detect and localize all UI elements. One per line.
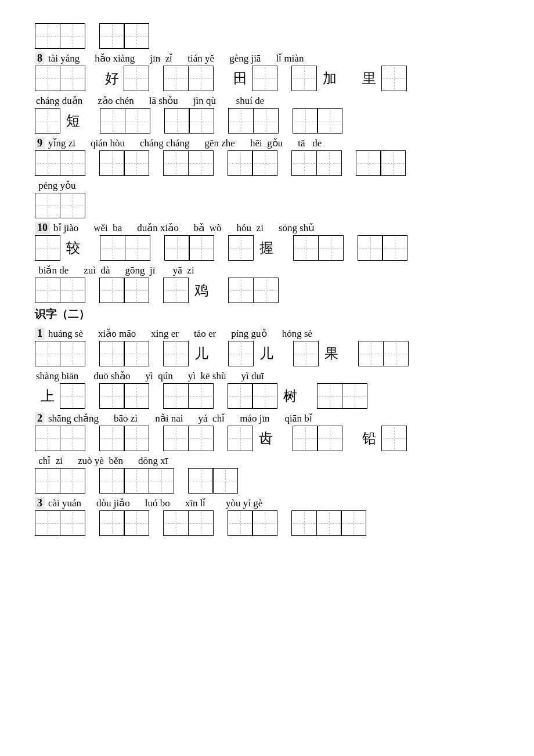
- writing-box[interactable]: [228, 341, 254, 366]
- writing-box[interactable]: [189, 235, 214, 261]
- writing-box[interactable]: [317, 108, 342, 134]
- writing-box[interactable]: [35, 150, 60, 176]
- writing-box[interactable]: [188, 468, 214, 494]
- writing-box[interactable]: [358, 235, 383, 261]
- writing-box[interactable]: [382, 235, 407, 261]
- writing-box[interactable]: [99, 510, 125, 536]
- writing-box[interactable]: [35, 66, 60, 91]
- writing-box[interactable]: [124, 510, 149, 536]
- writing-box[interactable]: [212, 468, 238, 494]
- writing-box[interactable]: [188, 426, 214, 451]
- writing-box[interactable]: [60, 193, 85, 218]
- writing-box[interactable]: [35, 193, 60, 218]
- writing-box[interactable]: [252, 510, 277, 536]
- given-character: 短: [60, 108, 86, 134]
- writing-box[interactable]: [60, 510, 85, 536]
- writing-box[interactable]: [317, 426, 342, 451]
- writing-box[interactable]: [188, 510, 214, 536]
- writing-box[interactable]: [124, 278, 149, 303]
- writing-box[interactable]: [163, 66, 189, 91]
- writing-box[interactable]: [228, 150, 253, 176]
- writing-box[interactable]: [60, 66, 85, 91]
- writing-box[interactable]: [125, 235, 150, 261]
- item-number: 10: [35, 222, 50, 234]
- writing-box[interactable]: [293, 426, 318, 451]
- writing-box[interactable]: [124, 468, 149, 494]
- writing-box[interactable]: [163, 341, 189, 366]
- writing-box[interactable]: [252, 66, 277, 91]
- writing-box[interactable]: [189, 108, 214, 134]
- writing-box[interactable]: [383, 341, 409, 366]
- writing-box[interactable]: [293, 341, 319, 366]
- writing-box[interactable]: [252, 383, 277, 409]
- writing-box[interactable]: [60, 383, 85, 409]
- writing-box[interactable]: [125, 108, 150, 134]
- writing-box[interactable]: [99, 150, 125, 176]
- writing-box[interactable]: [163, 426, 189, 451]
- writing-box[interactable]: [341, 510, 366, 536]
- writing-box[interactable]: [381, 66, 407, 91]
- writing-box[interactable]: [164, 108, 190, 134]
- writing-box[interactable]: [291, 150, 317, 176]
- writing-box[interactable]: [35, 235, 60, 261]
- writing-box[interactable]: [228, 235, 254, 261]
- writing-box[interactable]: [163, 383, 189, 409]
- writing-box[interactable]: [228, 510, 253, 536]
- writing-box[interactable]: [253, 278, 279, 303]
- writing-box[interactable]: [358, 341, 384, 366]
- writing-box[interactable]: [99, 278, 125, 303]
- writing-box[interactable]: [35, 108, 60, 134]
- writing-box[interactable]: [317, 383, 342, 409]
- writing-box[interactable]: [35, 341, 60, 366]
- writing-box[interactable]: [99, 383, 125, 409]
- writing-box[interactable]: [100, 108, 125, 134]
- writing-box[interactable]: [188, 66, 214, 91]
- writing-box[interactable]: [60, 426, 85, 451]
- writing-box[interactable]: [318, 235, 344, 261]
- writing-box[interactable]: [35, 278, 60, 303]
- writing-box[interactable]: [60, 341, 85, 366]
- writing-box[interactable]: [35, 426, 60, 451]
- writing-box[interactable]: [356, 150, 381, 176]
- writing-box[interactable]: [124, 341, 149, 366]
- writing-box[interactable]: [291, 510, 317, 536]
- writing-box[interactable]: [291, 66, 317, 91]
- writing-box[interactable]: [252, 150, 277, 176]
- writing-box[interactable]: [293, 235, 319, 261]
- writing-box[interactable]: [124, 383, 149, 409]
- writing-box[interactable]: [381, 426, 407, 451]
- writing-box[interactable]: [99, 468, 125, 494]
- writing-box[interactable]: [188, 150, 214, 176]
- writing-box[interactable]: [188, 383, 214, 409]
- writing-box[interactable]: [253, 108, 279, 134]
- writing-box[interactable]: [35, 468, 60, 494]
- writing-box[interactable]: [60, 150, 85, 176]
- writing-box[interactable]: [60, 23, 85, 49]
- writing-box[interactable]: [342, 383, 367, 409]
- writing-box[interactable]: [149, 468, 174, 494]
- writing-box[interactable]: [124, 66, 149, 91]
- writing-box[interactable]: [35, 510, 60, 536]
- writing-box[interactable]: [99, 23, 125, 49]
- writing-box[interactable]: [228, 426, 253, 451]
- writing-box[interactable]: [228, 108, 254, 134]
- writing-box[interactable]: [228, 278, 254, 303]
- writing-box[interactable]: [163, 510, 189, 536]
- writing-box[interactable]: [316, 510, 342, 536]
- writing-box[interactable]: [164, 235, 190, 261]
- writing-box[interactable]: [60, 278, 85, 303]
- writing-box[interactable]: [124, 150, 149, 176]
- writing-box[interactable]: [124, 426, 149, 451]
- writing-box[interactable]: [99, 426, 125, 451]
- writing-box[interactable]: [163, 278, 189, 303]
- writing-box[interactable]: [228, 383, 253, 409]
- writing-box[interactable]: [60, 468, 85, 494]
- writing-box[interactable]: [124, 23, 149, 49]
- writing-box[interactable]: [99, 341, 125, 366]
- writing-box[interactable]: [35, 23, 60, 49]
- writing-box[interactable]: [163, 150, 189, 176]
- writing-box[interactable]: [293, 108, 318, 134]
- writing-box[interactable]: [316, 150, 342, 176]
- writing-box[interactable]: [380, 150, 406, 176]
- writing-box[interactable]: [100, 235, 125, 261]
